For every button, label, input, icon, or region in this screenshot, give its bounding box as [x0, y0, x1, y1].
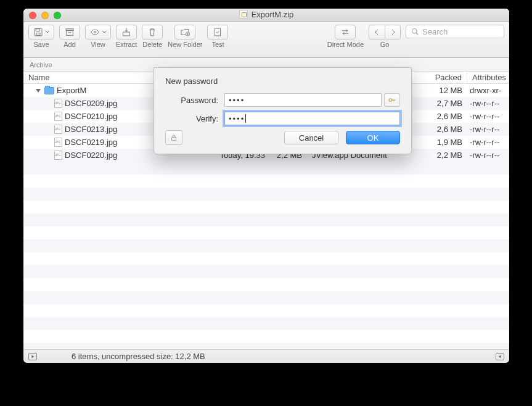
file-name: DSCF0210.jpg [65, 112, 117, 121]
folder-icon [44, 87, 54, 94]
password-label: Password: [165, 96, 224, 105]
new-password-dialog: New password Password: •••• Verify: ••••… [153, 67, 412, 154]
jpg-file-icon [54, 99, 62, 108]
show-password-button[interactable] [384, 93, 400, 107]
floppy-icon [33, 27, 44, 38]
file-attrs: -rw-r--r-- [467, 138, 509, 147]
cancel-button[interactable]: Cancel [284, 131, 338, 144]
go-forward-button[interactable] [385, 25, 401, 39]
add-button[interactable] [59, 25, 80, 39]
svg-point-11 [389, 99, 392, 102]
extract-icon [121, 27, 132, 38]
file-packed: 2,7 MB [430, 99, 467, 108]
verify-label: Verify: [165, 114, 224, 123]
column-attributes[interactable]: Attributes [467, 72, 509, 83]
svg-point-6 [94, 31, 96, 33]
archive-box-icon [64, 27, 75, 38]
play-left-icon [497, 354, 502, 359]
add-label: Add [63, 41, 76, 48]
chevron-down-icon [102, 30, 107, 34]
archive-file-icon [239, 10, 248, 19]
chevron-left-icon [374, 29, 380, 35]
jpg-file-icon [54, 112, 62, 121]
text-cursor [245, 114, 246, 123]
window-title: ExportM.zip [252, 10, 294, 19]
svg-rect-12 [172, 137, 176, 140]
file-attrs: -rw-r--r-- [467, 125, 509, 134]
statusbar-text: 6 items, uncompressed size: 12,2 MB [72, 352, 205, 361]
save-button[interactable] [28, 25, 54, 39]
search-input[interactable]: Search [406, 25, 504, 38]
file-attrs: -rw-r--r-- [467, 99, 509, 108]
new-folder-button[interactable] [174, 25, 195, 39]
bidirectional-arrows-icon [340, 27, 351, 38]
folder-packed: 12 MB [430, 86, 467, 95]
statusbar: 6 items, uncompressed size: 12,2 MB [23, 349, 509, 363]
minimize-window-button[interactable] [41, 12, 49, 19]
verify-value: •••• [229, 114, 245, 123]
svg-rect-9 [215, 28, 221, 36]
disclosure-triangle-icon[interactable] [36, 89, 41, 93]
lock-icon [170, 133, 178, 142]
direct-mode-button[interactable] [335, 25, 356, 39]
app-window: ExportM.zip Save Add View [23, 9, 509, 363]
play-right-icon [30, 354, 35, 359]
statusbar-left-icon[interactable] [28, 353, 37, 360]
column-packed[interactable]: Packed [430, 72, 467, 83]
svg-rect-1 [36, 29, 39, 31]
go-label: Go [380, 41, 390, 48]
dialog-title: New password [165, 77, 400, 86]
new-folder-label: New Folder [168, 41, 202, 48]
statusbar-right-icon[interactable] [496, 353, 504, 360]
search-placeholder: Search [422, 27, 448, 36]
file-name: DSCF0220.jpg [65, 151, 117, 160]
checkmark-doc-icon [212, 27, 223, 38]
svg-point-10 [412, 29, 417, 34]
svg-point-5 [91, 30, 99, 35]
extract-button[interactable] [116, 25, 137, 39]
file-attrs: -rw-r--r-- [467, 151, 509, 160]
password-value: •••• [229, 96, 245, 105]
file-name: DSCF0219.jpg [65, 138, 117, 147]
folder-attrs: drwxr-xr- [467, 86, 509, 95]
close-window-button[interactable] [29, 12, 36, 19]
ok-button[interactable]: OK [346, 131, 400, 144]
file-packed: 2,6 MB [430, 125, 467, 134]
extract-label: Extract [116, 41, 137, 48]
jpg-file-icon [54, 138, 62, 147]
file-packed: 1,9 MB [430, 138, 467, 147]
trash-icon [147, 27, 158, 38]
direct-mode-label: Direct Mode [327, 41, 364, 48]
delete-button[interactable] [142, 25, 163, 39]
verify-input[interactable]: •••• [224, 112, 400, 125]
file-name: DSCF0209.jpg [65, 99, 117, 108]
chevron-down-icon [45, 30, 50, 34]
view-label: View [91, 41, 105, 48]
new-folder-icon [179, 27, 190, 38]
test-button[interactable] [207, 25, 228, 39]
ok-label: OK [367, 133, 379, 143]
chevron-right-icon [390, 29, 396, 35]
save-label: Save [33, 41, 49, 48]
zoom-window-button[interactable] [54, 12, 61, 19]
file-name: DSCF0213.jpg [65, 125, 117, 134]
file-packed: 2,6 MB [430, 112, 467, 121]
view-button[interactable] [85, 25, 111, 39]
svg-rect-0 [35, 28, 42, 36]
toolbar: Save Add View Extract Delete [23, 22, 509, 58]
file-packed: 2,2 MB [430, 151, 467, 160]
search-icon [411, 28, 419, 35]
key-icon [387, 95, 397, 105]
eye-icon [89, 27, 100, 38]
svg-rect-7 [123, 32, 130, 36]
jpg-file-icon [54, 125, 62, 134]
file-attrs: -rw-r--r-- [467, 112, 509, 121]
cancel-label: Cancel [299, 133, 324, 143]
lock-toggle-button[interactable] [165, 130, 182, 145]
go-back-button[interactable] [369, 25, 385, 39]
jpg-file-icon [54, 151, 62, 160]
password-input[interactable]: •••• [224, 93, 382, 107]
test-label: Test [211, 41, 224, 48]
delete-label: Delete [142, 41, 162, 48]
svg-rect-2 [36, 33, 40, 36]
